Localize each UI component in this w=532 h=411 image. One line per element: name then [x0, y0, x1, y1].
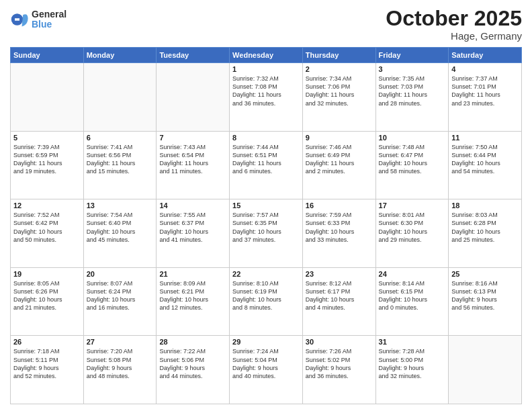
location: Hage, Germany	[386, 30, 522, 42]
day-header-friday: Friday	[375, 48, 449, 63]
day-info: Sunrise: 7:32 AM Sunset: 7:08 PM Dayligh…	[232, 75, 300, 107]
day-number: 16	[306, 201, 373, 210]
logo-icon	[10, 10, 29, 29]
day-info: Sunrise: 7:55 AM Sunset: 6:37 PM Dayligh…	[159, 211, 226, 244]
day-info: Sunrise: 8:12 AM Sunset: 6:17 PM Dayligh…	[306, 279, 373, 312]
day-number: 23	[306, 270, 373, 278]
calendar-cell: 10Sunrise: 7:48 AM Sunset: 6:47 PM Dayli…	[375, 131, 449, 199]
calendar-header-row: SundayMondayTuesdayWednesdayThursdayFrid…	[11, 48, 522, 63]
logo-blue-text: Blue	[32, 19, 66, 30]
calendar-cell: 23Sunrise: 8:12 AM Sunset: 6:17 PM Dayli…	[302, 267, 375, 336]
day-header-wednesday: Wednesday	[230, 48, 303, 63]
day-number: 19	[13, 270, 81, 278]
day-number: 6	[87, 134, 154, 142]
week-row-5: 26Sunrise: 7:18 AM Sunset: 5:11 PM Dayli…	[11, 336, 522, 404]
day-info: Sunrise: 7:34 AM Sunset: 7:06 PM Dayligh…	[306, 75, 373, 107]
day-info: Sunrise: 8:14 AM Sunset: 6:15 PM Dayligh…	[379, 279, 446, 312]
day-info: Sunrise: 8:03 AM Sunset: 6:28 PM Dayligh…	[451, 211, 519, 244]
day-header-sunday: Sunday	[11, 48, 84, 63]
day-info: Sunrise: 8:07 AM Sunset: 6:24 PM Dayligh…	[87, 279, 154, 312]
day-number: 5	[13, 134, 81, 142]
day-number: 8	[232, 134, 300, 142]
day-info: Sunrise: 7:43 AM Sunset: 6:54 PM Dayligh…	[159, 143, 226, 176]
calendar-cell: 26Sunrise: 7:18 AM Sunset: 5:11 PM Dayli…	[11, 336, 84, 404]
day-header-thursday: Thursday	[302, 48, 375, 63]
day-number: 13	[87, 201, 154, 210]
day-info: Sunrise: 7:22 AM Sunset: 5:06 PM Dayligh…	[159, 347, 226, 380]
day-info: Sunrise: 7:52 AM Sunset: 6:42 PM Dayligh…	[13, 211, 81, 244]
logo: General Blue	[10, 9, 66, 30]
day-number: 26	[13, 338, 81, 346]
day-number: 3	[379, 65, 446, 73]
calendar-cell: 4Sunrise: 7:37 AM Sunset: 7:01 PM Daylig…	[449, 63, 522, 132]
calendar-cell: 14Sunrise: 7:55 AM Sunset: 6:37 PM Dayli…	[157, 199, 230, 268]
calendar-table: SundayMondayTuesdayWednesdayThursdayFrid…	[10, 47, 522, 404]
calendar-cell: 15Sunrise: 7:57 AM Sunset: 6:35 PM Dayli…	[230, 199, 303, 268]
day-info: Sunrise: 8:05 AM Sunset: 6:26 PM Dayligh…	[13, 279, 81, 312]
day-info: Sunrise: 8:01 AM Sunset: 6:30 PM Dayligh…	[379, 211, 446, 244]
day-number: 25	[451, 270, 519, 278]
day-number: 22	[232, 270, 300, 278]
header: General Blue October 2025 Hage, Germany	[10, 7, 522, 42]
week-row-4: 19Sunrise: 8:05 AM Sunset: 6:26 PM Dayli…	[11, 267, 522, 336]
calendar-cell	[11, 63, 84, 132]
day-number: 12	[13, 201, 81, 210]
day-number: 11	[451, 134, 519, 142]
day-info: Sunrise: 7:54 AM Sunset: 6:40 PM Dayligh…	[87, 211, 154, 244]
calendar-cell: 8Sunrise: 7:44 AM Sunset: 6:51 PM Daylig…	[230, 131, 303, 199]
calendar-cell	[449, 336, 522, 404]
day-info: Sunrise: 7:20 AM Sunset: 5:08 PM Dayligh…	[87, 347, 154, 380]
day-number: 18	[451, 201, 519, 210]
day-number: 17	[379, 201, 446, 210]
day-number: 1	[232, 65, 300, 73]
calendar-cell	[83, 63, 157, 132]
day-info: Sunrise: 7:41 AM Sunset: 6:56 PM Dayligh…	[87, 143, 154, 176]
calendar-cell: 6Sunrise: 7:41 AM Sunset: 6:56 PM Daylig…	[83, 131, 157, 199]
day-number: 20	[87, 270, 154, 278]
day-info: Sunrise: 7:46 AM Sunset: 6:49 PM Dayligh…	[306, 143, 373, 176]
day-info: Sunrise: 7:48 AM Sunset: 6:47 PM Dayligh…	[379, 143, 446, 176]
day-number: 27	[87, 338, 154, 346]
day-number: 31	[379, 338, 446, 346]
calendar-cell: 3Sunrise: 7:35 AM Sunset: 7:03 PM Daylig…	[375, 63, 449, 132]
day-info: Sunrise: 7:24 AM Sunset: 5:04 PM Dayligh…	[232, 347, 300, 380]
day-info: Sunrise: 7:18 AM Sunset: 5:11 PM Dayligh…	[13, 347, 81, 380]
day-header-saturday: Saturday	[449, 48, 522, 63]
day-header-tuesday: Tuesday	[157, 48, 230, 63]
day-number: 4	[451, 65, 519, 73]
day-number: 30	[306, 338, 373, 346]
page-container: General Blue October 2025 Hage, Germany …	[0, 0, 532, 411]
day-info: Sunrise: 7:28 AM Sunset: 5:00 PM Dayligh…	[379, 347, 446, 380]
calendar-cell: 2Sunrise: 7:34 AM Sunset: 7:06 PM Daylig…	[302, 63, 375, 132]
day-info: Sunrise: 7:44 AM Sunset: 6:51 PM Dayligh…	[232, 143, 300, 176]
calendar-cell: 28Sunrise: 7:22 AM Sunset: 5:06 PM Dayli…	[157, 336, 230, 404]
week-row-1: 1Sunrise: 7:32 AM Sunset: 7:08 PM Daylig…	[11, 63, 522, 132]
calendar-cell: 20Sunrise: 8:07 AM Sunset: 6:24 PM Dayli…	[83, 267, 157, 336]
day-number: 10	[379, 134, 446, 142]
calendar-cell: 31Sunrise: 7:28 AM Sunset: 5:00 PM Dayli…	[375, 336, 449, 404]
day-number: 15	[232, 201, 300, 210]
calendar-cell: 24Sunrise: 8:14 AM Sunset: 6:15 PM Dayli…	[375, 267, 449, 336]
calendar-cell: 18Sunrise: 8:03 AM Sunset: 6:28 PM Dayli…	[449, 199, 522, 268]
calendar-cell: 25Sunrise: 8:16 AM Sunset: 6:13 PM Dayli…	[449, 267, 522, 336]
day-number: 24	[379, 270, 446, 278]
calendar-cell: 16Sunrise: 7:59 AM Sunset: 6:33 PM Dayli…	[302, 199, 375, 268]
calendar-cell: 11Sunrise: 7:50 AM Sunset: 6:44 PM Dayli…	[449, 131, 522, 199]
logo-general-text: General	[32, 9, 66, 19]
calendar-cell	[157, 63, 230, 132]
logo-text: General Blue	[32, 9, 66, 30]
day-info: Sunrise: 7:35 AM Sunset: 7:03 PM Dayligh…	[379, 75, 446, 107]
calendar-cell: 7Sunrise: 7:43 AM Sunset: 6:54 PM Daylig…	[157, 131, 230, 199]
calendar-cell: 5Sunrise: 7:39 AM Sunset: 6:59 PM Daylig…	[11, 131, 84, 199]
calendar-cell: 27Sunrise: 7:20 AM Sunset: 5:08 PM Dayli…	[83, 336, 157, 404]
calendar-cell: 12Sunrise: 7:52 AM Sunset: 6:42 PM Dayli…	[11, 199, 84, 268]
day-number: 7	[159, 134, 226, 142]
week-row-3: 12Sunrise: 7:52 AM Sunset: 6:42 PM Dayli…	[11, 199, 522, 268]
day-number: 14	[159, 201, 226, 210]
day-info: Sunrise: 8:09 AM Sunset: 6:21 PM Dayligh…	[159, 279, 226, 312]
day-info: Sunrise: 7:37 AM Sunset: 7:01 PM Dayligh…	[451, 75, 519, 107]
day-number: 2	[306, 65, 373, 73]
calendar-cell: 30Sunrise: 7:26 AM Sunset: 5:02 PM Dayli…	[302, 336, 375, 404]
month-title: October 2025	[386, 7, 522, 30]
title-block: October 2025 Hage, Germany	[386, 7, 522, 42]
